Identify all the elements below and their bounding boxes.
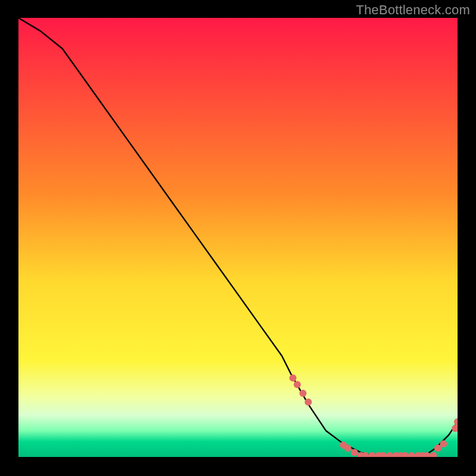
data-point	[351, 449, 358, 456]
bottleneck-chart	[0, 0, 476, 476]
data-point	[434, 444, 441, 452]
data-point	[289, 374, 296, 381]
watermark-text: TheBottleneck.com	[356, 2, 470, 18]
data-point	[299, 390, 306, 397]
plot-background	[18, 18, 458, 457]
data-point	[305, 399, 312, 406]
data-point	[294, 381, 301, 388]
data-point	[440, 440, 447, 447]
chart-stage: TheBottleneck.com	[0, 0, 476, 476]
data-point	[345, 444, 352, 452]
